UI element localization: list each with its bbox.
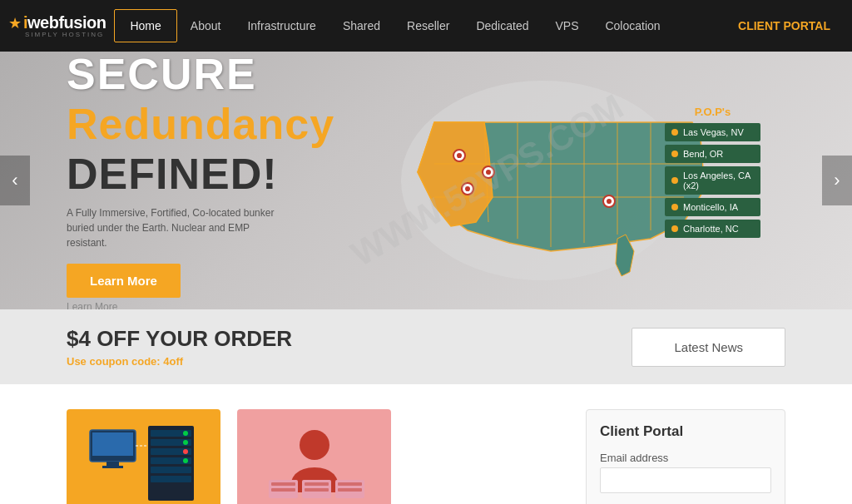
svg-rect-23 [106, 462, 119, 466]
svg-rect-30 [151, 467, 191, 473]
pop-dot [671, 151, 678, 157]
reseller-hosting-icon [256, 422, 373, 504]
nav-items: Home About Infrastructure Shared Reselle… [114, 0, 844, 52]
hero-section: ‹ › WWW.52VPS.COM SECURE Redundancy DEFI… [0, 52, 852, 309]
svg-text:5: 5 [607, 198, 612, 205]
svg-rect-42 [271, 488, 295, 492]
promo-text: $4 OFF YOUR ORDER Use coupon code: 4off [67, 326, 292, 368]
nav-reseller[interactable]: Reseller [394, 0, 463, 52]
hero-title-redundancy: Redundancy [67, 99, 349, 149]
hero-title-defined: DEFINED! [67, 149, 349, 199]
nav-client-portal[interactable]: CLIENT PORTAL [725, 0, 844, 52]
shared-hosting-icon [86, 422, 202, 504]
svg-point-34 [183, 449, 188, 454]
hero-subtitle: A Fully Immersive, Fortified, Co-located… [67, 205, 283, 250]
slider-next-button[interactable]: › [822, 156, 852, 205]
svg-point-32 [183, 431, 188, 436]
pop-item-monticello: Monticello, IA [665, 198, 760, 216]
svg-rect-44 [305, 488, 329, 492]
pops-panel: P.O.P's Las Vegas, NV Bend, OR Los Angel… [665, 106, 760, 241]
shared-hosting-card: Shared Hosting [67, 409, 220, 504]
pop-dot [671, 204, 678, 210]
reseller-hosting-image [237, 409, 391, 504]
hero-title-secure: SECURE [67, 52, 349, 99]
promo-coupon: 4off [163, 355, 183, 368]
promo-heading: $4 OFF YOUR ORDER [67, 326, 292, 352]
svg-text:4: 4 [487, 169, 491, 176]
logo-tagline: SIMPLY HOSTING [25, 31, 104, 38]
pop-dot [671, 129, 678, 136]
nav-colocation[interactable]: Colocation [592, 0, 673, 52]
hero-map-area: 2 1 4 5 P.O.P's Las Vegas, NV Bend, OR [349, 72, 769, 289]
pop-item-bend: Bend, OR [665, 145, 760, 163]
svg-point-33 [183, 440, 188, 445]
pops-title: P.O.P's [665, 106, 760, 118]
reseller-hosting-card: Reseller Hosting [237, 409, 391, 504]
shared-hosting-image [67, 409, 220, 504]
svg-rect-22 [92, 432, 133, 456]
nav-about[interactable]: About [177, 0, 235, 52]
pop-label: Los Angeles, CA (x2) [683, 170, 754, 190]
hero-text: SECURE Redundancy DEFINED! A Fully Immer… [67, 52, 349, 309]
sidebar: Client Portal Email address Password [586, 409, 785, 504]
promo-subtext: Use coupon code: 4off [67, 355, 292, 368]
pop-item-losangeles: Los Angeles, CA (x2) [665, 166, 760, 195]
client-portal-title: Client Portal [600, 423, 771, 440]
svg-rect-43 [305, 482, 329, 486]
svg-point-35 [183, 458, 188, 463]
pop-label: Bend, OR [683, 149, 723, 159]
svg-rect-31 [151, 476, 191, 482]
svg-rect-45 [338, 482, 362, 486]
main-content: Shared Hosting [0, 384, 852, 504]
logo: ★ iwebfusion SIMPLY HOSTING [8, 13, 106, 38]
pop-dot [671, 177, 678, 184]
pop-item-lasvegas: Las Vegas, NV [665, 123, 760, 141]
pop-label: Charlotte, NC [683, 224, 739, 234]
logo-star-icon: ★ [8, 14, 22, 32]
latest-news-button[interactable]: Latest News [632, 328, 785, 367]
hosting-cards: Shared Hosting [67, 409, 561, 504]
hero-learn-more-link[interactable]: Learn More [67, 301, 349, 310]
pop-label: Las Vegas, NV [683, 127, 744, 137]
nav-home[interactable]: Home [114, 9, 176, 42]
svg-rect-24 [102, 466, 123, 468]
slider-prev-button[interactable]: ‹ [0, 156, 30, 205]
nav-infrastructure[interactable]: Infrastructure [234, 0, 329, 52]
client-portal-box: Client Portal Email address Password [586, 409, 785, 504]
logo-text: iwebfusion [23, 13, 106, 32]
hero-content: SECURE Redundancy DEFINED! A Fully Immer… [0, 52, 852, 309]
email-label: Email address [600, 452, 771, 464]
nav-vps[interactable]: VPS [542, 0, 592, 52]
svg-rect-41 [271, 482, 295, 486]
nav-dedicated[interactable]: Dedicated [463, 0, 542, 52]
svg-point-37 [300, 430, 329, 460]
pop-label: Monticello, IA [683, 202, 738, 212]
pop-dot [671, 225, 678, 232]
hero-learn-more-button[interactable]: Learn More [67, 264, 181, 298]
nav-shared[interactable]: Shared [329, 0, 394, 52]
svg-text:2: 2 [458, 152, 462, 160]
navbar: ★ iwebfusion SIMPLY HOSTING Home About I… [0, 0, 852, 52]
pop-item-charlotte: Charlotte, NC [665, 220, 760, 238]
email-field-group: Email address [600, 452, 771, 493]
promo-bar: $4 OFF YOUR ORDER Use coupon code: 4off … [0, 309, 852, 384]
svg-text:1: 1 [466, 185, 470, 193]
email-input[interactable] [600, 467, 771, 493]
svg-rect-46 [338, 488, 362, 492]
